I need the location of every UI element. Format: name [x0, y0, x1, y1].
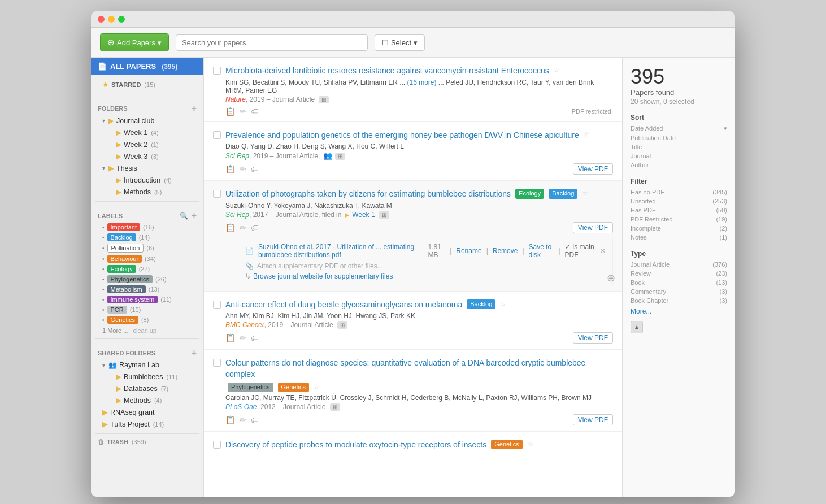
- paper-star-icon[interactable]: ☆: [314, 383, 320, 392]
- paper-checkbox[interactable]: [213, 441, 221, 449]
- pdf-main-close-icon[interactable]: ✕: [600, 247, 606, 255]
- pdf-remove-link[interactable]: Remove: [493, 247, 518, 255]
- select-button[interactable]: ☐ Select ▾: [375, 34, 425, 51]
- paper-title[interactable]: Prevalence and population genetics of th…: [225, 130, 613, 141]
- label-immune[interactable]: • Immune system (11): [98, 294, 197, 305]
- paper-title[interactable]: Anti-cancer effect of dung beetle glycos…: [225, 299, 613, 311]
- edit-icon[interactable]: ✏: [240, 415, 246, 424]
- pdf-collapse-icon[interactable]: ⊕: [607, 272, 615, 284]
- shared-folder-rnaseq[interactable]: ▶ RNAseq grant: [98, 406, 197, 418]
- label-ecology[interactable]: • Ecology (27): [98, 264, 197, 274]
- search-labels-icon[interactable]: 🔍: [180, 212, 188, 220]
- close-dot[interactable]: [98, 16, 105, 23]
- note-icon[interactable]: 📋: [225, 107, 235, 116]
- folder-methods[interactable]: ▶ Methods (5): [98, 186, 197, 198]
- filed-folder-link[interactable]: Week 1: [352, 211, 375, 219]
- view-pdf-button[interactable]: View PDF: [573, 222, 613, 233]
- label-backlog[interactable]: • Backlog (14): [98, 232, 197, 242]
- type-book-chapter[interactable]: Book Chapter (3): [631, 296, 727, 305]
- paper-checkbox[interactable]: [213, 190, 221, 198]
- tag-icon[interactable]: 🏷: [251, 333, 259, 342]
- paper-checkbox[interactable]: [213, 131, 221, 139]
- paper-star-icon[interactable]: ☆: [584, 130, 590, 140]
- starred-item[interactable]: ★ STARRED (15): [98, 79, 197, 90]
- tag-icon[interactable]: 🏷: [251, 223, 259, 232]
- type-more-link[interactable]: More...: [631, 307, 727, 315]
- paper-checkbox[interactable]: [213, 67, 221, 75]
- pdf-name-link[interactable]: Suzuki-Ohno et al. 2017 - Utilization of…: [258, 243, 414, 259]
- all-papers-item[interactable]: 📄 ALL PAPERS (395): [91, 58, 203, 75]
- labels-more-label[interactable]: 1 More ...: [102, 327, 128, 334]
- filter-unsorted[interactable]: Unsorted (253): [631, 197, 727, 206]
- add-shared-folder-button[interactable]: +: [192, 348, 197, 358]
- edit-icon[interactable]: ✏: [240, 164, 246, 173]
- add-label-button[interactable]: +: [192, 211, 197, 221]
- label-behaviour[interactable]: • Behaviour (34): [98, 254, 197, 264]
- type-journal-article[interactable]: Journal Article (376): [631, 260, 727, 269]
- edit-icon[interactable]: ✏: [240, 223, 246, 232]
- folder-thesis[interactable]: ▾ ▶ Thesis: [98, 162, 197, 174]
- sort-journal[interactable]: Journal: [631, 151, 727, 160]
- paper-checkbox[interactable]: [213, 359, 221, 367]
- label-pollination[interactable]: • Pollination (6): [98, 242, 197, 254]
- label-important[interactable]: • Important (16): [98, 222, 197, 232]
- paper-checkbox[interactable]: [213, 301, 221, 309]
- label-phylogenetics[interactable]: • Phylogenetics (26): [98, 274, 197, 284]
- folder-week3[interactable]: ▶ Week 3 (3): [98, 150, 197, 162]
- edit-icon[interactable]: ✏: [240, 333, 246, 342]
- paper-star-icon[interactable]: ☆: [527, 440, 533, 449]
- pdf-save-link[interactable]: Save to disk: [529, 243, 554, 259]
- type-review[interactable]: Review (23): [631, 269, 727, 278]
- filter-pdf-restricted[interactable]: PDF Restricted (19): [631, 215, 727, 224]
- note-icon[interactable]: 📋: [225, 164, 235, 173]
- sort-pub-date[interactable]: Publication Date: [631, 133, 727, 142]
- label-metabolism[interactable]: • Metabolism (13): [98, 284, 197, 294]
- note-icon[interactable]: 📋: [225, 223, 235, 232]
- collapse-panel-button[interactable]: ▲: [631, 321, 643, 333]
- tag-icon[interactable]: 🏷: [251, 107, 259, 116]
- note-icon[interactable]: 📋: [225, 415, 235, 424]
- filter-incomplete[interactable]: Incomplete (2): [631, 224, 727, 233]
- shared-folder-rayman-lab[interactable]: ▾ 👥 Rayman Lab: [98, 359, 197, 371]
- shared-folder-tufts[interactable]: ▶ Tufts Project (14): [98, 418, 197, 430]
- type-commentary[interactable]: Commentary (3): [631, 287, 727, 296]
- filter-has-pdf[interactable]: Has PDF (50): [631, 206, 727, 215]
- pdf-rename-link[interactable]: Rename: [456, 247, 481, 255]
- labels-cleanup[interactable]: clean up: [133, 327, 156, 334]
- paper-title[interactable]: Utilization of photographs taken by citi…: [225, 189, 613, 200]
- folder-introduction[interactable]: ▶ Introduction (4): [98, 174, 197, 186]
- note-icon[interactable]: 📋: [225, 333, 235, 342]
- label-pcr[interactable]: • PCR (10): [98, 305, 197, 315]
- paper-star-icon[interactable]: ☆: [500, 299, 506, 309]
- folder-week1[interactable]: ▶ Week 1 (4): [98, 127, 197, 138]
- shared-folder-bumblebees[interactable]: ▶ Bumblebees (11): [98, 371, 197, 383]
- paper-title[interactable]: Colour patterns do not diagnose species:…: [225, 358, 613, 392]
- sort-author[interactable]: Author: [631, 160, 727, 170]
- view-pdf-button[interactable]: View PDF: [573, 163, 613, 175]
- filter-no-pdf[interactable]: Has no PDF (345): [631, 188, 727, 197]
- paper-title[interactable]: Discovery of peptide probes to modulate …: [225, 440, 613, 451]
- paper-star-icon[interactable]: ☆: [582, 189, 588, 198]
- filter-notes[interactable]: Notes (1): [631, 233, 727, 242]
- view-pdf-button[interactable]: View PDF: [573, 332, 613, 344]
- tag-icon[interactable]: 🏷: [251, 164, 259, 173]
- folder-journal-club[interactable]: ▾ ▶ Journal club: [98, 115, 197, 127]
- shared-folder-databases[interactable]: ▶ Databases (7): [98, 383, 197, 394]
- pdf-browse-link[interactable]: Browse journal website for supplementary…: [253, 272, 393, 280]
- sort-title[interactable]: Title: [631, 142, 727, 151]
- folder-week2[interactable]: ▶ Week 2 (1): [98, 138, 197, 150]
- trash-item[interactable]: 🗑 TRASH (359): [91, 436, 203, 447]
- add-papers-button[interactable]: ⊕ Add Papers ▾: [100, 33, 169, 51]
- view-pdf-button[interactable]: View PDF: [573, 414, 613, 425]
- pdf-attach-label[interactable]: Attach supplementary PDF or other files.…: [257, 262, 383, 270]
- maximize-dot[interactable]: [118, 16, 125, 23]
- label-genetics[interactable]: • Genetics (8): [98, 315, 197, 325]
- paper-star-icon[interactable]: ☆: [554, 66, 560, 75]
- shared-folder-methods[interactable]: ▶ Methods (4): [98, 394, 197, 406]
- paper-title[interactable]: Microbiota-derived lantibiotic restores …: [225, 66, 613, 77]
- search-input[interactable]: [176, 34, 368, 51]
- edit-icon[interactable]: ✏: [240, 107, 246, 116]
- add-folder-button[interactable]: +: [192, 103, 197, 114]
- sort-date-added[interactable]: Date Added ▾: [631, 124, 727, 133]
- tag-icon[interactable]: 🏷: [251, 415, 259, 424]
